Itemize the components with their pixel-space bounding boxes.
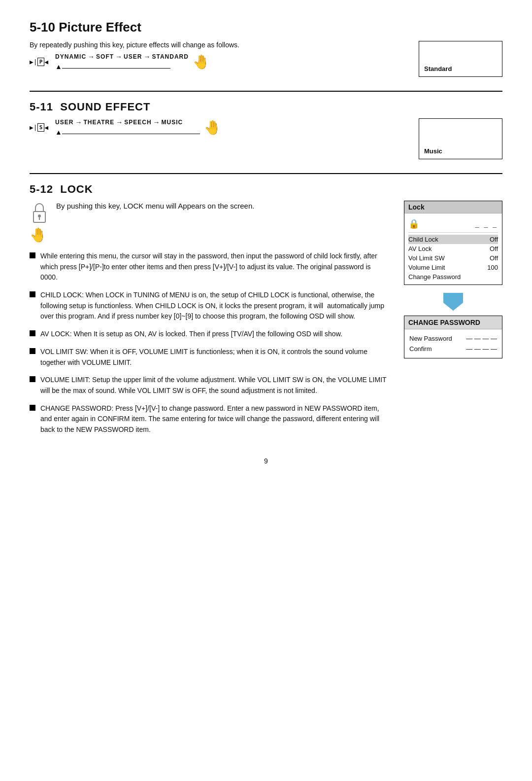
bullet-text-5: VOLUME LIMIT: Setup the upper limit of t… [40, 375, 389, 396]
lock-osd-icon-row: 🔒 _ _ _ [408, 216, 498, 233]
bullet-3: AV LOCK: When It is setup as ON, AV is l… [30, 329, 389, 340]
osd-label-510: Standard [424, 65, 497, 72]
divider-511-512 [30, 173, 502, 174]
lock-row-vol-limit-sw: Vol Limit SW Off [408, 253, 498, 263]
change-pwd-row-confirm: Confirm — — — — [409, 344, 497, 354]
lock-right-col: Lock 🔒 _ _ _ Child Lock Off AV Lock Off [404, 201, 502, 442]
lock-row-av-lock-value: Off [490, 245, 498, 252]
lock-row-change-pwd-label: Change Password [408, 273, 461, 281]
down-arrow-container [404, 293, 502, 311]
bullet-text-6: CHANGE PASSWORD: Press [V+]/[V-] to chan… [40, 403, 389, 435]
svg-point-1 [38, 214, 41, 217]
lock-intro: 🤚 By pushing this key, LOCK menu will Ap… [30, 201, 389, 243]
page-number: 9 [30, 457, 502, 465]
lock-row-volume-limit-value: 100 [487, 264, 498, 271]
lock-row-change-pwd: Change Password [408, 272, 498, 282]
bullet-text-2: CHILD LOCK: When LOCK in TUNING of MENU … [40, 290, 389, 322]
change-pwd-osd-box: CHANGE PASSWORD New Password — — — — Con… [404, 316, 502, 358]
bullet-5: VOLUME LIMIT: Setup the upper limit of t… [30, 375, 389, 396]
osd-box-511: Music [419, 118, 502, 159]
lock-row-av-lock-label: AV Lock [408, 245, 432, 252]
back-arrow-511 [62, 130, 200, 134]
bullet-icon-2 [30, 291, 35, 297]
osd-label-511: Music [424, 147, 497, 155]
section-511: 5-11 SOUND EFFECT ▶|S◀ USER → THEATRE → … [30, 101, 502, 159]
bullet-list: While entering this menu, the cursor wil… [30, 251, 389, 435]
svg-marker-3 [443, 293, 463, 311]
section-510: 5-10 Picture Effect By repeatedly pushin… [30, 20, 502, 77]
lock-osd-body: 🔒 _ _ _ Child Lock Off AV Lock Off Vol L… [404, 213, 502, 284]
key-s-icon: ▶|S◀ [30, 123, 48, 132]
section-510-desc: By repeatedly pushing this key, picture … [30, 41, 409, 49]
bullet-text-1: While entering this menu, the cursor wil… [40, 251, 389, 283]
hand-icon-510: 🤚 [193, 54, 210, 70]
osd-box-510: Standard [419, 41, 502, 77]
section-510-title: 5-10 Picture Effect [30, 20, 502, 35]
hand-icon-511: 🤚 [204, 119, 221, 136]
flow-510: DYNAMIC → SOFT → USER → STANDARD [55, 53, 189, 61]
section-511-title: 5-11 SOUND EFFECT [30, 101, 502, 113]
bullet-icon-6 [30, 405, 35, 411]
bullet-icon-4 [30, 348, 35, 354]
bullet-text-3: AV LOCK: When It is setup as ON, AV is l… [40, 329, 342, 340]
lock-osd-box: Lock 🔒 _ _ _ Child Lock Off AV Lock Off [404, 201, 502, 285]
key-p-box: P [37, 58, 45, 66]
change-pwd-new-label: New Password [409, 335, 452, 342]
change-pwd-confirm-label: Confirm [409, 345, 432, 353]
lock-row-vol-limit-sw-label: Vol Limit SW [408, 254, 445, 262]
lock-key-icon: 🤚 [30, 201, 49, 243]
bullet-icon-1 [30, 252, 35, 258]
change-pwd-row-new: New Password — — — — [409, 333, 497, 344]
bullet-1: While entering this menu, the cursor wil… [30, 251, 389, 283]
back-arrow-510 [62, 65, 170, 69]
key-s-box: S [37, 123, 45, 132]
lock-row-av-lock: AV Lock Off [408, 244, 498, 253]
bullet-4: VOL LIMIT SW: When it is OFF, VOLUME LIM… [30, 347, 389, 368]
flow-511: USER → THEATRE → SPEECH → MUSIC [55, 118, 183, 126]
bullet-text-4: VOL LIMIT SW: When it is OFF, VOLUME LIM… [40, 347, 389, 368]
lock-row-child-lock-value: Off [490, 236, 498, 243]
lock-small-icon: 🔒 [408, 218, 419, 229]
change-pwd-header: CHANGE PASSWORD [404, 316, 502, 329]
section-512-title: 5-12 LOCK [30, 183, 502, 196]
bullet-icon-3 [30, 330, 35, 336]
bullet-6: CHANGE PASSWORD: Press [V+]/[V-] to chan… [30, 403, 389, 435]
lock-left-col: 🤚 By pushing this key, LOCK menu will Ap… [30, 201, 389, 442]
lock-osd-header: Lock [404, 201, 502, 213]
lock-row-child-lock-label: Child Lock [408, 236, 438, 243]
divider-510-511 [30, 91, 502, 92]
lock-row-volume-limit-label: Volume Limit [408, 264, 445, 271]
down-arrow-shape [441, 293, 466, 311]
lock-row-vol-limit-sw-value: Off [490, 254, 498, 262]
lock-intro-text: By pushing this key, LOCK menu will Appe… [56, 201, 254, 212]
lock-dashes: _ _ _ [475, 220, 498, 228]
change-pwd-new-dashes: — — — — [466, 335, 497, 342]
bullet-2: CHILD LOCK: When LOCK in TUNING of MENU … [30, 290, 389, 322]
change-pwd-body: New Password — — — — Confirm — — — — [404, 329, 502, 358]
change-pwd-confirm-dashes: — — — — [466, 345, 497, 353]
lock-row-child-lock: Child Lock Off [408, 235, 498, 244]
key-p-icon: ▶|P◀ [30, 58, 48, 66]
bullet-icon-5 [30, 376, 35, 382]
section-512: 5-12 LOCK 🤚 By pushing this key, LOCK me… [30, 183, 502, 442]
lock-row-volume-limit: Volume Limit 100 [408, 263, 498, 272]
